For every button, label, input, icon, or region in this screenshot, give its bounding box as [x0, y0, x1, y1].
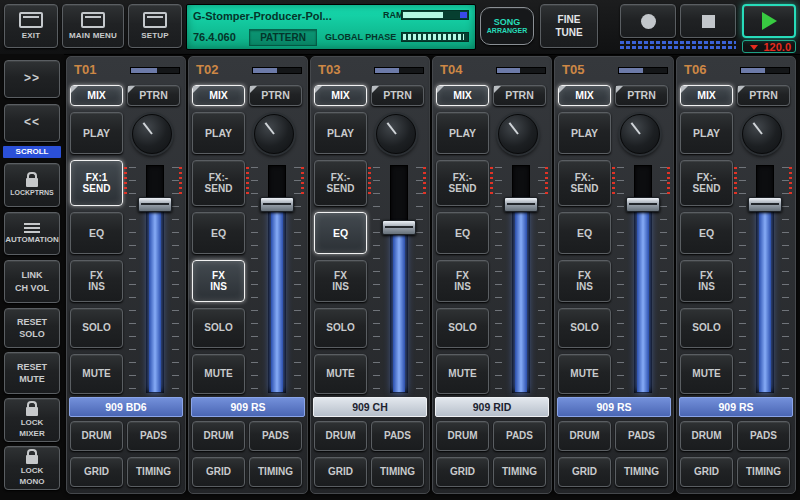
pan-knob[interactable] — [132, 114, 172, 154]
fader-handle[interactable] — [382, 220, 416, 235]
volume-fader[interactable] — [615, 161, 669, 397]
volume-fader[interactable] — [737, 161, 791, 397]
volume-fader[interactable] — [371, 161, 425, 397]
mix-button[interactable]: MIX — [558, 85, 611, 106]
pads-button[interactable]: PADS — [615, 421, 668, 451]
link-channel-volume-button[interactable]: LINK CH VOL — [4, 260, 60, 303]
drum-button[interactable]: DRUM — [558, 421, 611, 451]
fx-ins-button[interactable]: FX INS — [436, 260, 489, 302]
sample-name-bar[interactable]: 909 RID — [435, 397, 549, 417]
grid-button[interactable]: GRID — [558, 457, 611, 487]
drum-button[interactable]: DRUM — [314, 421, 367, 451]
timing-button[interactable]: TIMING — [249, 457, 302, 487]
strip-play-button[interactable]: PLAY — [436, 112, 489, 154]
pan-knob[interactable] — [254, 114, 294, 154]
ptrn-button[interactable]: PTRN — [737, 85, 790, 106]
lcd-pattern-mode[interactable]: PATTERN — [249, 29, 317, 46]
pan-knob[interactable] — [376, 114, 416, 154]
fx-send-button[interactable]: FX:1 SEND — [70, 160, 123, 206]
mute-button[interactable]: MUTE — [436, 354, 489, 394]
ptrn-button[interactable]: PTRN — [127, 85, 180, 106]
volume-fader[interactable] — [493, 161, 547, 397]
scroll-back-button[interactable]: << — [4, 104, 60, 142]
mix-button[interactable]: MIX — [192, 85, 245, 106]
mute-button[interactable]: MUTE — [314, 354, 367, 394]
mute-button[interactable]: MUTE — [680, 354, 733, 394]
strip-play-button[interactable]: PLAY — [558, 112, 611, 154]
solo-button[interactable]: SOLO — [314, 308, 367, 348]
sample-name-bar[interactable]: 909 CH — [313, 397, 427, 417]
timing-button[interactable]: TIMING — [127, 457, 180, 487]
drum-button[interactable]: DRUM — [70, 421, 123, 451]
fader-handle[interactable] — [260, 197, 294, 212]
lock-mixer-button[interactable]: LOCK MIXER — [4, 398, 60, 442]
strip-play-button[interactable]: PLAY — [192, 112, 245, 154]
pads-button[interactable]: PADS — [737, 421, 790, 451]
timing-button[interactable]: TIMING — [737, 457, 790, 487]
ptrn-button[interactable]: PTRN — [493, 85, 546, 106]
timing-button[interactable]: TIMING — [371, 457, 424, 487]
eq-button[interactable]: EQ — [436, 212, 489, 254]
pan-knob[interactable] — [498, 114, 538, 154]
pads-button[interactable]: PADS — [127, 421, 180, 451]
strip-play-button[interactable]: PLAY — [314, 112, 367, 154]
eq-button[interactable]: EQ — [314, 212, 367, 254]
grid-button[interactable]: GRID — [314, 457, 367, 487]
ptrn-button[interactable]: PTRN — [371, 85, 424, 106]
solo-button[interactable]: SOLO — [70, 308, 123, 348]
drum-button[interactable]: DRUM — [680, 421, 733, 451]
fx-send-button[interactable]: FX:- SEND — [192, 160, 245, 206]
reset-solo-button[interactable]: RESET SOLO — [4, 308, 60, 348]
sample-name-bar[interactable]: 909 BD6 — [69, 397, 183, 417]
pads-button[interactable]: PADS — [249, 421, 302, 451]
pads-button[interactable]: PADS — [493, 421, 546, 451]
grid-button[interactable]: GRID — [436, 457, 489, 487]
strip-play-button[interactable]: PLAY — [70, 112, 123, 154]
fx-ins-button[interactable]: FX INS — [70, 260, 123, 302]
pan-knob[interactable] — [620, 114, 660, 154]
grid-button[interactable]: GRID — [680, 457, 733, 487]
sample-name-bar[interactable]: 909 RS — [191, 397, 305, 417]
fader-handle[interactable] — [504, 197, 538, 212]
timing-button[interactable]: TIMING — [493, 457, 546, 487]
lock-patterns-button[interactable]: LOCKPTRNS — [4, 163, 60, 207]
fader-handle[interactable] — [626, 197, 660, 212]
fine-tune-button[interactable]: FINE TUNE — [540, 4, 598, 48]
mix-button[interactable]: MIX — [436, 85, 489, 106]
mix-button[interactable]: MIX — [70, 85, 123, 106]
pan-knob[interactable] — [742, 114, 782, 154]
eq-button[interactable]: EQ — [558, 212, 611, 254]
volume-fader[interactable] — [249, 161, 303, 397]
ptrn-button[interactable]: PTRN — [249, 85, 302, 106]
fx-send-button[interactable]: FX:- SEND — [436, 160, 489, 206]
solo-button[interactable]: SOLO — [558, 308, 611, 348]
strip-play-button[interactable]: PLAY — [680, 112, 733, 154]
automation-button[interactable]: AUTOMATION — [4, 212, 60, 255]
song-arranger-button[interactable]: SONG ARRANGER — [480, 7, 534, 45]
lock-mono-button[interactable]: LOCK MONO — [4, 446, 60, 490]
timing-button[interactable]: TIMING — [615, 457, 668, 487]
record-button[interactable] — [620, 4, 676, 38]
pads-button[interactable]: PADS — [371, 421, 424, 451]
fx-send-button[interactable]: FX:- SEND — [314, 160, 367, 206]
stop-button[interactable] — [680, 4, 736, 38]
reset-mute-button[interactable]: RESET MUTE — [4, 352, 60, 394]
grid-button[interactable]: GRID — [70, 457, 123, 487]
main-menu-button[interactable]: MAIN MENU — [62, 4, 124, 48]
mix-button[interactable]: MIX — [680, 85, 733, 106]
solo-button[interactable]: SOLO — [192, 308, 245, 348]
mute-button[interactable]: MUTE — [558, 354, 611, 394]
fx-ins-button[interactable]: FX INS — [558, 260, 611, 302]
setup-button[interactable]: SETUP — [128, 4, 182, 48]
grid-button[interactable]: GRID — [192, 457, 245, 487]
eq-button[interactable]: EQ — [680, 212, 733, 254]
eq-button[interactable]: EQ — [192, 212, 245, 254]
mix-button[interactable]: MIX — [314, 85, 367, 106]
play-transport-button[interactable] — [742, 4, 796, 38]
drum-button[interactable]: DRUM — [192, 421, 245, 451]
fx-send-button[interactable]: FX:- SEND — [558, 160, 611, 206]
sample-name-bar[interactable]: 909 RS — [679, 397, 793, 417]
mute-button[interactable]: MUTE — [192, 354, 245, 394]
solo-button[interactable]: SOLO — [680, 308, 733, 348]
fx-send-button[interactable]: FX:- SEND — [680, 160, 733, 206]
